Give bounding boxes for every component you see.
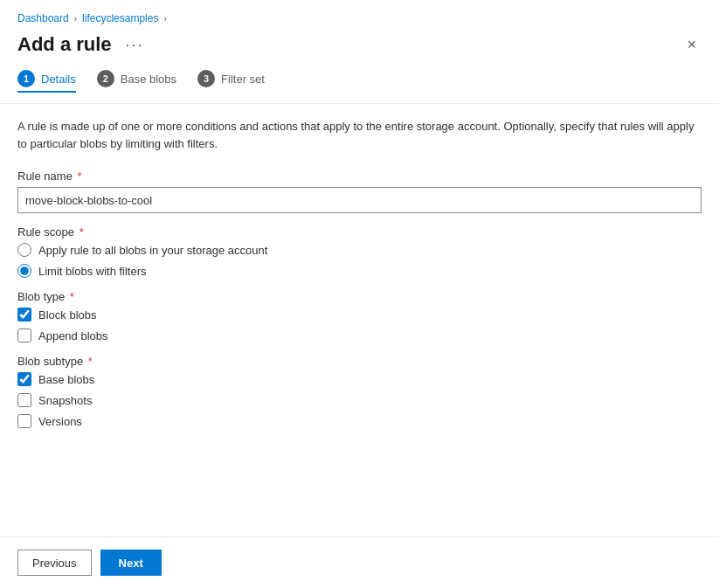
scope-all-radio[interactable] bbox=[17, 243, 31, 257]
step-2-circle: 2 bbox=[97, 70, 114, 87]
blob-subtype-checkbox-group: Base blobs Snapshots Versions bbox=[17, 372, 702, 428]
scope-radio-group: Apply rule to all blobs in your storage … bbox=[17, 243, 702, 278]
rule-name-input[interactable] bbox=[17, 187, 702, 213]
snapshots-checkbox[interactable] bbox=[17, 393, 31, 407]
scope-all-label: Apply rule to all blobs in your storage … bbox=[38, 244, 267, 257]
close-button[interactable]: × bbox=[681, 34, 702, 56]
base-blobs-item[interactable]: Base blobs bbox=[17, 372, 702, 386]
breadcrumb-dashboard[interactable]: Dashboard bbox=[17, 12, 69, 24]
base-blobs-checkbox[interactable] bbox=[17, 372, 31, 386]
block-blobs-checkbox[interactable] bbox=[17, 308, 31, 322]
ellipsis-button[interactable]: ··· bbox=[121, 34, 149, 56]
versions-item[interactable]: Versions bbox=[17, 414, 702, 428]
scope-limit-item[interactable]: Limit blobs with filters bbox=[17, 264, 702, 278]
rule-scope-required: * bbox=[76, 225, 84, 239]
blob-type-group: Blob type * Block blobs Append blobs bbox=[17, 290, 702, 342]
rule-scope-label: Rule scope * bbox=[17, 225, 702, 239]
main-content: A rule is made up of one or more conditi… bbox=[0, 118, 719, 536]
breadcrumb-chevron-1: › bbox=[74, 14, 77, 24]
snapshots-label: Snapshots bbox=[38, 394, 92, 407]
step-2-label: Base blobs bbox=[121, 73, 176, 86]
snapshots-item[interactable]: Snapshots bbox=[17, 393, 702, 407]
page-container: Dashboard › lifecyclesamples › Add a rul… bbox=[0, 0, 719, 588]
breadcrumb: Dashboard › lifecyclesamples › bbox=[0, 0, 719, 30]
step-filter-set[interactable]: 3 Filter set bbox=[197, 70, 265, 93]
breadcrumb-chevron-2: › bbox=[163, 14, 166, 24]
append-blobs-label: Append blobs bbox=[38, 329, 108, 342]
block-blobs-item[interactable]: Block blobs bbox=[17, 308, 702, 322]
step-3-circle: 3 bbox=[197, 70, 215, 87]
base-blobs-label: Base blobs bbox=[38, 373, 94, 386]
scope-limit-label: Limit blobs with filters bbox=[38, 265, 147, 278]
description-text: A rule is made up of one or more conditi… bbox=[17, 118, 702, 152]
tabs-divider bbox=[0, 103, 719, 104]
rule-name-label: Rule name * bbox=[17, 169, 702, 183]
blob-subtype-required: * bbox=[85, 355, 93, 368]
header: Add a rule ··· × bbox=[0, 30, 719, 65]
rule-name-group: Rule name * bbox=[17, 169, 702, 213]
append-blobs-checkbox[interactable] bbox=[17, 329, 31, 342]
blob-type-checkbox-group: Block blobs Append blobs bbox=[17, 308, 702, 342]
scope-limit-radio[interactable] bbox=[17, 264, 31, 278]
blob-type-required: * bbox=[66, 290, 74, 303]
step-1-label: Details bbox=[41, 73, 76, 86]
footer: Previous Next bbox=[0, 536, 719, 588]
step-3-label: Filter set bbox=[221, 73, 265, 86]
breadcrumb-lifecyclesamples[interactable]: lifecyclesamples bbox=[82, 12, 158, 24]
block-blobs-label: Block blobs bbox=[38, 308, 96, 322]
header-left: Add a rule ··· bbox=[17, 33, 149, 56]
step-1-circle: 1 bbox=[17, 70, 35, 87]
append-blobs-item[interactable]: Append blobs bbox=[17, 329, 702, 342]
blob-subtype-group: Blob subtype * Base blobs Snapshots Vers… bbox=[17, 355, 702, 428]
previous-button[interactable]: Previous bbox=[17, 550, 92, 576]
blob-type-label: Blob type * bbox=[17, 290, 702, 303]
versions-checkbox[interactable] bbox=[17, 414, 31, 428]
rule-name-required: * bbox=[74, 169, 82, 183]
rule-scope-group: Rule scope * Apply rule to all blobs in … bbox=[17, 225, 702, 278]
page-title: Add a rule bbox=[17, 33, 112, 56]
steps-bar: 1 Details 2 Base blobs 3 Filter set bbox=[0, 65, 719, 103]
scope-all-item[interactable]: Apply rule to all blobs in your storage … bbox=[17, 243, 702, 257]
next-button[interactable]: Next bbox=[100, 550, 162, 576]
blob-subtype-label: Blob subtype * bbox=[17, 355, 702, 368]
versions-label: Versions bbox=[38, 415, 82, 428]
step-details[interactable]: 1 Details bbox=[17, 70, 76, 93]
step-base-blobs[interactable]: 2 Base blobs bbox=[97, 70, 176, 93]
